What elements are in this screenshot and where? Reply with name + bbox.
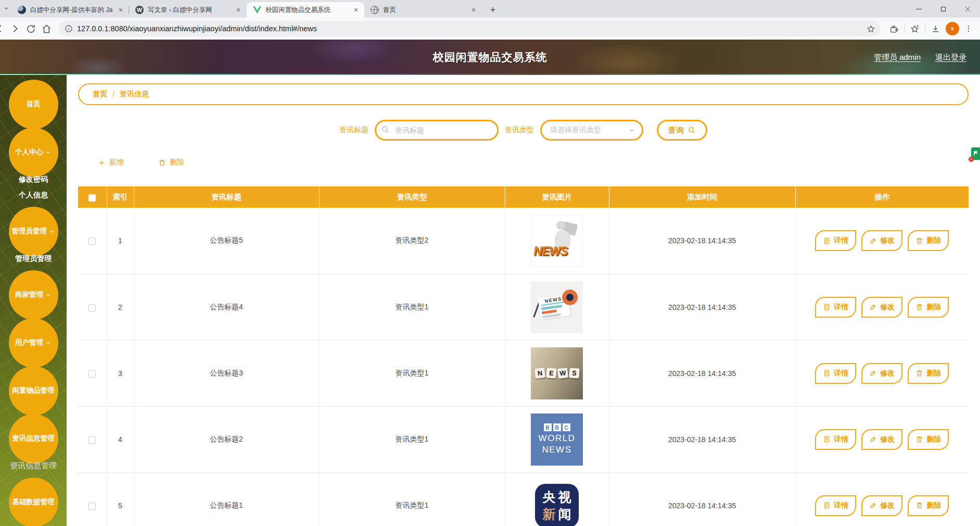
row-checkbox[interactable] (88, 370, 96, 378)
sidebar-item[interactable]: 用户管理 (9, 318, 58, 368)
new-tab-button[interactable]: + (486, 3, 500, 17)
row-checkbox[interactable] (88, 436, 96, 444)
cell-index: 1 (107, 208, 134, 274)
profile-avatar[interactable]: x (946, 22, 959, 35)
browser-tab[interactable]: 白嫖中分享网-提供丰富的 Java (11, 2, 129, 18)
title-search-box (375, 120, 499, 141)
sidebar-item[interactable]: 商家管理 (9, 270, 58, 320)
site-info-icon[interactable] (65, 24, 73, 33)
floating-flag-widget[interactable]: × (971, 147, 980, 160)
delete-button[interactable]: 删除 (908, 297, 949, 318)
news-image: 央视新闻 (531, 480, 583, 526)
title-filter-label: 资讯标题 (339, 126, 368, 135)
reload-icon[interactable] (23, 21, 39, 36)
tab-close-icon[interactable] (469, 6, 478, 14)
close-badge-icon[interactable]: × (969, 157, 974, 162)
back-icon[interactable] (0, 21, 7, 36)
table-row: 5 公告标题1 资讯类型1 (78, 472, 969, 526)
favorites-star-icon[interactable] (910, 24, 920, 34)
bookmark-star-icon[interactable] (867, 24, 875, 33)
sidebar-item[interactable]: 管理员管理 (9, 207, 58, 256)
home-icon[interactable] (39, 21, 54, 36)
cell-index: 5 (107, 472, 134, 526)
cell-operations: 详情 修改 (795, 208, 969, 274)
delete-button[interactable]: 删除 (908, 363, 949, 384)
address-bar[interactable]: 127.0.0.1:8080/xiaoyuanxianzhiwupinjiaoy… (58, 21, 881, 36)
document-icon (823, 237, 831, 245)
browser-tab[interactable]: 首页 (364, 2, 482, 18)
tab-favicon-icon (371, 6, 379, 14)
sidebar-subitem[interactable]: 修改密码 (19, 172, 48, 186)
plus-icon (98, 159, 106, 167)
delete-button[interactable]: 删除 (908, 429, 949, 450)
close-button[interactable] (956, 0, 980, 18)
menu-kebab-icon[interactable] (964, 24, 973, 33)
minimize-button[interactable] (907, 0, 931, 18)
query-button[interactable]: 查询 (657, 120, 707, 141)
document-icon (823, 502, 831, 509)
row-checkbox[interactable] (88, 237, 96, 245)
title-search-input[interactable] (375, 120, 499, 141)
breadcrumb-home-link[interactable]: 首页 (93, 90, 107, 99)
sidebar-subitem[interactable]: 管理员管理 (15, 251, 52, 266)
tab-close-icon[interactable] (117, 6, 125, 14)
batch-delete-button[interactable]: 删除 (158, 158, 184, 167)
detail-button[interactable]: 详情 (815, 297, 856, 318)
detail-button[interactable]: 详情 (815, 363, 856, 384)
detail-button[interactable]: 详情 (815, 495, 856, 516)
edit-button[interactable]: 修改 (861, 429, 902, 450)
select-all-checkbox[interactable] (88, 194, 96, 202)
tab-search-chevron-icon[interactable] (3, 4, 9, 14)
edit-button[interactable]: 修改 (861, 297, 902, 318)
sidebar-item[interactable]: 闲置物品管理 (9, 366, 58, 416)
browser-tab[interactable]: 写文章 ‹ 白嫖中分享网 (129, 2, 247, 18)
sidebar-group: 闲置物品管理 (0, 366, 67, 416)
sidebar-group: 个人中心 修改密码个人信息 (0, 128, 67, 208)
sidebar-item[interactable]: 个人中心 (9, 128, 58, 177)
cell-time: 2023-02-18 14:14:35 (609, 208, 795, 274)
delete-button[interactable]: 删除 (908, 495, 949, 516)
row-checkbox[interactable] (88, 304, 96, 311)
chevron-down-icon (45, 149, 52, 156)
tab-close-icon[interactable] (234, 6, 243, 14)
sidebar-subitem[interactable]: 个人信息 (19, 187, 48, 202)
edit-button[interactable]: 修改 (861, 495, 902, 516)
extensions-icon[interactable] (889, 24, 899, 34)
edit-button[interactable]: 修改 (861, 230, 902, 251)
sidebar-item[interactable]: 资讯信息管理 (9, 414, 58, 464)
logout-link[interactable]: 退出登录 (935, 53, 966, 62)
document-icon (823, 369, 831, 377)
tab-strip: 白嫖中分享网-提供丰富的 Java 写文章 ‹ 白嫖中分享网 校园闲置物品交易系… (0, 0, 980, 18)
row-checkbox[interactable] (88, 503, 96, 510)
delete-button[interactable]: 删除 (908, 230, 949, 251)
download-icon[interactable] (931, 24, 940, 34)
tab-close-icon[interactable] (352, 6, 360, 14)
table-toolbar: 新增 删除 (78, 156, 969, 169)
sidebar-subitem[interactable]: 资讯信息管理 (10, 458, 57, 473)
add-button[interactable]: 新增 (98, 158, 124, 167)
sidebar-submenu: 管理员管理 (15, 256, 52, 272)
trash-icon (915, 502, 923, 509)
forward-icon[interactable] (7, 21, 23, 36)
chevron-down-icon (48, 228, 55, 235)
pencil-icon (869, 435, 877, 443)
admin-user-link[interactable]: 管理员 admin (874, 53, 921, 62)
app-header: 校园闲置物品交易系统 管理员 admin 退出登录 (0, 40, 980, 75)
sidebar-item[interactable]: 基础数据管理 (9, 478, 58, 526)
sidebar-group: 商家管理 (0, 270, 67, 320)
sidebar-group: 基础数据管理 (0, 478, 67, 526)
chevron-down-icon (45, 292, 52, 298)
window-controls (907, 0, 980, 18)
cell-checkbox (78, 472, 107, 526)
sidebar-group: 首页 (0, 80, 67, 129)
restore-button[interactable] (931, 0, 956, 18)
type-select[interactable]: 请选择资讯类型 (540, 120, 643, 141)
detail-button[interactable]: 详情 (815, 230, 856, 251)
detail-button[interactable]: 详情 (815, 429, 856, 450)
sidebar-item[interactable]: 首页 (9, 80, 58, 129)
news-image-bbc: BBC WORLD NEWS (531, 414, 583, 466)
edit-button[interactable]: 修改 (861, 363, 902, 384)
cell-checkbox (78, 340, 107, 406)
search-icon (381, 125, 390, 136)
browser-tab[interactable]: 校园闲置物品交易系统 (247, 2, 364, 18)
